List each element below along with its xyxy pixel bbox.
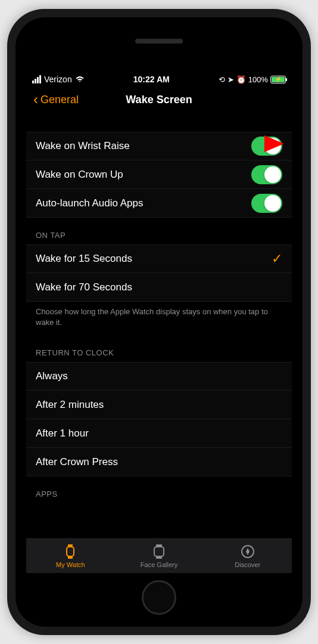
row-label: Wake for 15 Seconds	[36, 253, 132, 265]
return-2-minutes-row[interactable]: After 2 minutes	[26, 391, 292, 419]
screen: Verizon 10:22 AM ⟲ ➤ ⏰ 100% ⚡	[26, 72, 292, 573]
content-scroll[interactable]: Wake on Wrist Raise Wake on Crown Up Aut…	[26, 113, 292, 538]
return-to-clock-header: RETURN TO CLOCK	[26, 335, 292, 362]
chevron-left-icon: ‹	[33, 91, 38, 108]
tab-my-watch[interactable]: My Watch	[26, 539, 115, 573]
wake-on-wrist-raise-row: Wake on Wrist Raise	[26, 132, 292, 160]
svg-rect-4	[156, 544, 162, 546]
wake-on-wrist-raise-toggle[interactable]	[251, 137, 282, 156]
wifi-icon	[75, 76, 85, 83]
on-tap-footer: Choose how long the Apple Watch display …	[26, 302, 292, 335]
back-label: General	[40, 94, 79, 106]
row-label: After 1 hour	[36, 428, 89, 439]
location-icon: ➤	[227, 75, 234, 84]
svg-rect-1	[68, 544, 73, 547]
tab-label: Face Gallery	[141, 561, 177, 568]
signal-icon	[32, 75, 41, 83]
row-label: Wake on Crown Up	[36, 169, 123, 181]
row-label: After Crown Press	[36, 456, 118, 468]
battery-icon: ⚡	[270, 76, 286, 83]
checkmark-icon: ✓	[272, 251, 282, 267]
clock-time: 10:22 AM	[133, 75, 170, 84]
wake-on-crown-up-toggle[interactable]	[251, 165, 282, 184]
carrier-label: Verizon	[44, 75, 72, 84]
tab-discover[interactable]: Discover	[203, 539, 292, 573]
svg-rect-5	[156, 557, 162, 559]
row-label: Always	[36, 370, 68, 382]
row-label: After 2 minutes	[36, 399, 104, 411]
wake-15-seconds-row[interactable]: Wake for 15 Seconds ✓	[26, 244, 292, 273]
return-1-hour-row[interactable]: After 1 hour	[26, 419, 292, 448]
status-left: Verizon	[32, 75, 85, 84]
row-label: Wake for 70 Seconds	[36, 281, 132, 293]
return-crown-press-row[interactable]: After Crown Press	[26, 448, 292, 476]
wake-70-seconds-row[interactable]: Wake for 70 Seconds	[26, 273, 292, 302]
watch-icon	[63, 544, 78, 559]
wake-on-crown-up-row: Wake on Crown Up	[26, 160, 292, 189]
phone-top-bezel	[15, 17, 303, 65]
on-tap-header: ON TAP	[26, 218, 292, 244]
svg-rect-0	[67, 547, 74, 556]
tab-label: My Watch	[56, 561, 85, 568]
orientation-lock-icon: ⟲	[219, 75, 225, 84]
compass-icon	[240, 544, 255, 559]
phone-frame: Verizon 10:22 AM ⟲ ➤ ⏰ 100% ⚡	[7, 9, 311, 635]
tab-face-gallery[interactable]: Face Gallery	[115, 539, 204, 573]
auto-launch-audio-row: Auto-launch Audio Apps	[26, 189, 292, 218]
nav-bar: ‹ General Wake Screen	[26, 86, 292, 113]
status-bar: Verizon 10:22 AM ⟲ ➤ ⏰ 100% ⚡	[26, 72, 292, 86]
tab-bar: My Watch Face Gallery	[26, 538, 292, 573]
speaker-grille	[135, 39, 183, 44]
tab-label: Discover	[235, 561, 260, 568]
auto-launch-audio-toggle[interactable]	[251, 194, 282, 213]
home-button[interactable]	[142, 580, 176, 615]
charging-icon: ⚡	[275, 76, 282, 82]
back-button[interactable]: ‹ General	[33, 91, 79, 108]
phone-body: Verizon 10:22 AM ⟲ ➤ ⏰ 100% ⚡	[15, 17, 303, 627]
apps-header: APPS	[26, 476, 292, 503]
return-always-row[interactable]: Always	[26, 362, 292, 391]
status-right: ⟲ ➤ ⏰ 100% ⚡	[219, 75, 286, 84]
battery-pct: 100%	[248, 75, 268, 84]
alarm-icon: ⏰	[236, 75, 246, 84]
row-label: Wake on Wrist Raise	[36, 140, 130, 152]
row-label: Auto-launch Audio Apps	[36, 197, 144, 209]
svg-rect-2	[68, 556, 73, 559]
page-title: Wake Screen	[126, 94, 192, 106]
svg-rect-3	[154, 547, 164, 556]
face-gallery-icon	[151, 544, 167, 559]
